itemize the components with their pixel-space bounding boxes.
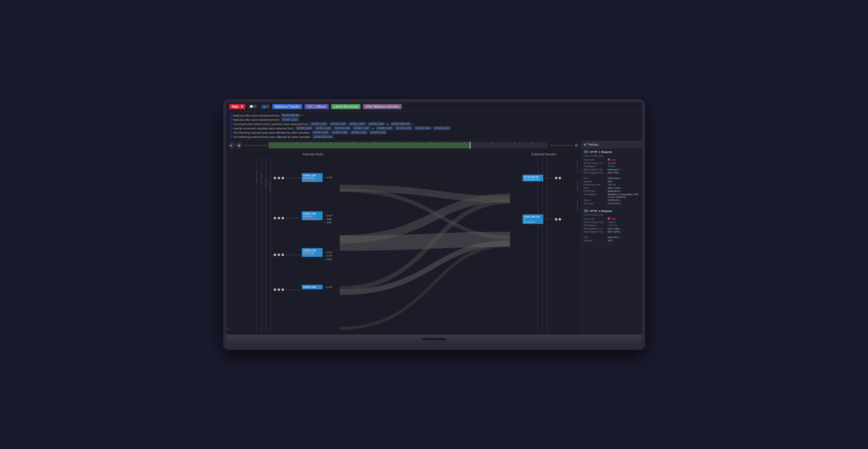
risk-dot-57	[608, 158, 610, 160]
dot-1123-1	[274, 253, 276, 256]
header-bar: High - 9 💬 6 👥 8 Malicious Transfer C&C …	[226, 102, 642, 111]
ip-1133: 10.50.1.133	[303, 174, 321, 177]
detail-date-57: Date: Wed, 8 Dec...	[584, 186, 640, 189]
axis-label-malicious: Malicious Tran...	[256, 170, 260, 183]
dot-1143-1	[274, 289, 276, 291]
filter-icon[interactable]: ⚙	[575, 143, 579, 148]
right-axis-other: Other Malicio...	[577, 200, 579, 218]
detail-rule-59: Rule triggered (1): [DDI-4155]...	[584, 230, 640, 233]
graph-panel: ▶ ◼ 2021-12-10 22:19:45	[226, 141, 581, 335]
vline-r2	[542, 158, 543, 332]
info-line-4: Lateral movement activities were detecte…	[230, 126, 638, 130]
trans-57-client: Client 10.50.1.123	[584, 154, 640, 157]
bottom-info-icon: ℹ	[227, 327, 229, 331]
hostname-1160: win2k-srv	[303, 215, 321, 217]
detail-url-59: URL: http://seco...	[584, 236, 640, 239]
timeline-start: 2021-12-10 22:19:45	[244, 144, 267, 147]
main-content: ▶ ◼ 2021-12-10 22:19:45	[226, 141, 642, 335]
risk-badge: High - 9	[229, 104, 246, 109]
node-1123: 10.50.1.123 win10-1123 administrator →HT…	[274, 248, 333, 261]
detail-resp-57: Response code: 200 OK	[584, 183, 640, 186]
trans-59-num: 59	[584, 209, 589, 213]
proto-1160-http: →HTTP	[324, 214, 333, 217]
right-axis-malicious: Malicious Tran...	[577, 161, 579, 179]
timeline-cursor	[470, 142, 470, 149]
node-1143: 10.50.1.143 →HTTP	[274, 285, 333, 291]
dot-1143-2	[278, 289, 280, 291]
proto-1133-http: →HTTP	[324, 176, 333, 179]
table-icon: ⊞	[584, 143, 586, 146]
user-1160: administrator	[303, 217, 321, 219]
risk-dot-59	[608, 217, 610, 219]
transaction-57[interactable]: 57 HTTP: 1 Request Client 10.50.1.123 Ri…	[581, 148, 642, 207]
detail-rule-57: Rule triggered (1): [DDI-706]...	[584, 171, 640, 174]
detail-mime-57: MIME type: application/...	[584, 190, 640, 192]
chat-icon: 💬	[249, 105, 253, 108]
user-icon: 👥	[262, 105, 266, 108]
timeline-fill	[269, 142, 470, 148]
ext-ip-2: 23.82.128.116—	[524, 215, 542, 221]
user-1123: administrator	[303, 254, 321, 256]
panel-header: ⊞ Transac...	[581, 141, 642, 148]
screen: High - 9 💬 6 👥 8 Malicious Transfer C&C …	[226, 102, 642, 335]
stop-button[interactable]: ◼	[236, 142, 242, 148]
timeline-bar[interactable]: ▶ ◼ 2021-12-10 22:19:45	[226, 141, 581, 150]
detail-mitre-59: MITRE Tactics (1): TA0011	[584, 221, 640, 223]
axis-label-cnc: C&C Callback	[260, 173, 265, 185]
tab-lateral-movement[interactable]: Lateral Movement	[331, 104, 361, 109]
detail-risk-59: Risk level: High	[584, 217, 640, 220]
detail-sha256-57: SHA-256: 78111C912...	[584, 202, 640, 205]
timeline-track[interactable]	[269, 142, 548, 148]
tab-malicious-transfer[interactable]: Malicious Transfer	[272, 104, 302, 109]
detail-url-57: URL: http://cover...	[584, 177, 640, 180]
detail-method-57: Method: GET	[584, 180, 640, 183]
vline-r3	[547, 158, 547, 332]
trans-57-header: 57 HTTP: 1 Request	[584, 150, 640, 153]
transaction-59[interactable]: 59 HTTP: 1 Request Client 10.50.1.123 Ri…	[581, 207, 642, 244]
ext-domain-1: covermillsd.com	[524, 178, 542, 180]
user-1133: administrator	[303, 179, 321, 181]
info-icon-2: ℹ	[413, 122, 414, 125]
ext-ip-1: 54.38.220.85—	[524, 176, 542, 178]
play-button[interactable]: ▶	[229, 142, 235, 148]
dot-1160-2	[278, 217, 280, 219]
proto-1123-smb: →SMB	[324, 258, 333, 261]
laptop-frame: High - 9 💬 6 👥 8 Malicious Transfer C&C …	[223, 99, 645, 350]
proto-1160-smb2: →SMB	[324, 221, 333, 224]
flow-svg	[226, 158, 581, 332]
tab-cnc-callback[interactable]: C&C Callback	[305, 104, 329, 109]
proto-1123-http1: →HTTP	[324, 251, 333, 254]
dot-1123-2	[278, 253, 280, 256]
proto-1123-http2: →HTTP	[324, 255, 333, 257]
info-line-6: The following external hosts were affect…	[230, 135, 638, 139]
ext-domain-2: secost.com	[524, 221, 542, 223]
trans-59-title: HTTP: 1 Request	[590, 210, 612, 213]
dot-1133-2	[278, 177, 280, 179]
trans-57-num: 57	[584, 150, 589, 153]
detail-mitre-57: MITRE Tactics (1): TA0008	[584, 162, 640, 164]
dot-1160-1	[274, 217, 276, 219]
external-servers-label: External Servers	[531, 152, 556, 156]
detail-ua-57: User-Agent: Mozilla/4.0 (compatible; MSI…	[584, 193, 640, 199]
axis-label-other: Other Malicio...	[269, 179, 274, 191]
ext-node-2: 23.82.128.116— secost.com	[523, 214, 561, 224]
detail-attack-57: Attack pattern (1): Malicious T...	[584, 168, 640, 171]
laptop-base	[226, 335, 642, 344]
detail-attack-59: Attack pattern (1): C&C Callb...	[584, 227, 640, 230]
trans-57-title: HTTP: 1 Request	[590, 150, 612, 153]
hostname-1133: win10-1133	[303, 177, 321, 179]
right-panel[interactable]: ⊞ Transac... 57 HTTP: 1 Request Client 1…	[581, 141, 642, 335]
info-section: Malicious files were transferred from 54…	[226, 111, 642, 141]
detail-method-59: Method: GET	[584, 239, 640, 242]
detail-tech-59: Techniques: T1071.0...	[584, 224, 640, 227]
vline-r1	[538, 158, 538, 332]
detail-tech-57: Techniques: T1570	[584, 165, 640, 168]
ip-1123: 10.50.1.123	[303, 249, 321, 252]
info-icon-1: ℹ	[302, 114, 303, 117]
right-axis-cnc: C&C Callback	[577, 180, 579, 199]
info-line-1: Malicious files were transferred from 54…	[230, 114, 638, 117]
proto-1160-smb1: →SMB	[324, 218, 333, 220]
tab-other-activities[interactable]: Other Malicious Activities	[363, 104, 402, 109]
proto-1143-http: →HTTP	[324, 286, 333, 289]
timeline-end: 2021-12-10 23:05:16	[550, 144, 572, 147]
